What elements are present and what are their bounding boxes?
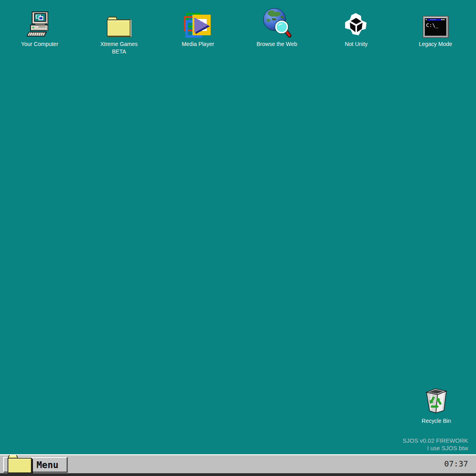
menu-folder-icon xyxy=(7,454,33,474)
icon-label: Recycle Bin xyxy=(422,417,451,425)
icon-label: Media Player xyxy=(182,40,214,48)
icon-label: Browse the Web xyxy=(257,40,297,48)
desktop-icon-browse-web[interactable]: Browse the Web xyxy=(249,9,305,48)
taskbar xyxy=(0,454,476,473)
watermark-line1: SJOS v0.02 FIREWORK xyxy=(403,437,468,444)
taskbar-bottom-edge xyxy=(0,473,476,476)
terminal-icon: C:\_ xyxy=(422,9,449,38)
desktop[interactable]: { "desktop": { "icons": [ { "label": "Yo… xyxy=(0,0,476,476)
globe-search-icon xyxy=(262,9,292,38)
taskbar-clock: 07:37 xyxy=(444,459,468,468)
terminal-screen-text: C:\_ xyxy=(426,22,438,28)
watermark-line2: I use SJOS btw xyxy=(403,444,468,452)
menu-button[interactable]: Menu xyxy=(3,457,67,472)
desktop-icon-recycle-bin[interactable]: Recycle Bin xyxy=(409,387,464,425)
computer-icon xyxy=(26,9,54,38)
menu-button-label: Menu xyxy=(36,460,58,470)
desktop-icon-your-computer[interactable]: Your Computer xyxy=(12,9,67,48)
media-player-icon xyxy=(184,9,212,38)
folder-icon xyxy=(106,9,132,38)
desktop-icon-media-player[interactable]: Media Player xyxy=(170,9,226,48)
unity-cube-icon xyxy=(342,9,370,38)
icon-label: Xtreme Games BETA xyxy=(100,40,138,56)
icon-label: Your Computer xyxy=(21,40,58,48)
desktop-icon-legacy-mode[interactable]: C:\_ Legacy Mode xyxy=(408,9,463,48)
desktop-icon-not-unity[interactable]: Not Unity xyxy=(328,9,384,48)
recycle-bin-icon xyxy=(424,387,448,415)
os-version-watermark: SJOS v0.02 FIREWORK I use SJOS btw xyxy=(403,437,468,452)
desktop-icon-xtreme-games[interactable]: Xtreme Games BETA xyxy=(91,9,147,56)
icon-label: Legacy Mode xyxy=(419,40,452,48)
icon-label: Not Unity xyxy=(345,40,368,48)
